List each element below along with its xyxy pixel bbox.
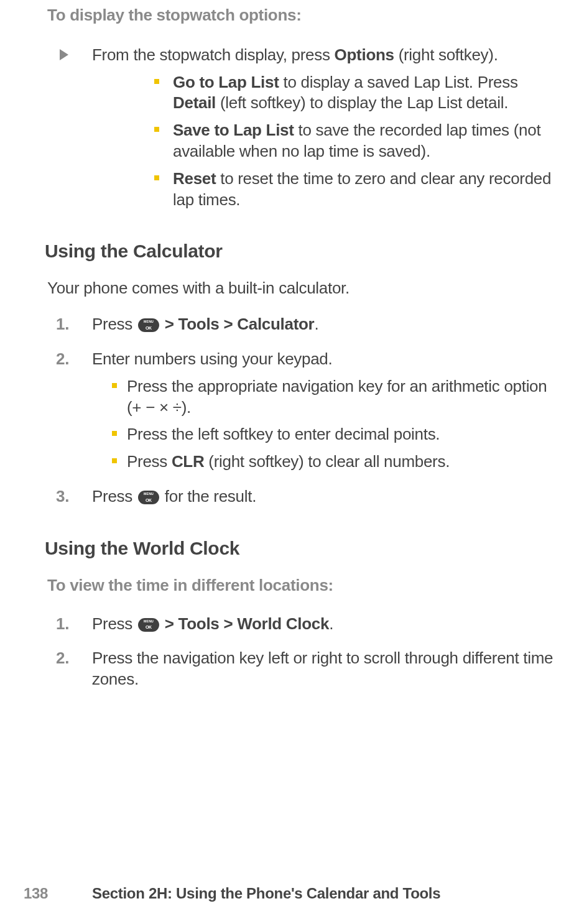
list-item: Save to Lap List to save the recorded la… bbox=[92, 120, 560, 162]
text: (left softkey) to display the Lap List d… bbox=[216, 93, 508, 112]
menu-ok-key-icon bbox=[138, 318, 159, 332]
step-1: Press > Tools > Calculator. bbox=[47, 314, 560, 335]
calculator-intro: Your phone comes with a built-in calcula… bbox=[47, 278, 560, 299]
text: . bbox=[314, 315, 318, 333]
save-lap-list-label: Save to Lap List bbox=[173, 121, 294, 139]
text: (right softkey) to clear all numbers. bbox=[204, 452, 450, 471]
reset-label: Reset bbox=[173, 169, 216, 188]
page-footer: 138 Section 2H: Using the Phone's Calend… bbox=[0, 884, 579, 903]
calc-path: > Tools > Calculator bbox=[160, 315, 315, 333]
text: for the result. bbox=[160, 487, 256, 506]
text: (right softkey). bbox=[394, 45, 498, 64]
text: Enter numbers using your keypad. bbox=[92, 349, 332, 368]
text: Press the navigation key left or right t… bbox=[92, 649, 553, 688]
detail-label: Detail bbox=[173, 93, 216, 112]
page-number: 138 bbox=[24, 884, 92, 903]
clr-label: CLR bbox=[172, 452, 205, 471]
worldclock-steps: Press > Tools > World Clock. Press the n… bbox=[47, 614, 560, 690]
worldclock-subheading: To view the time in different locations: bbox=[47, 575, 560, 596]
stopwatch-intro-list: From the stopwatch display, press Option… bbox=[47, 45, 560, 211]
text: From the stopwatch display, press bbox=[92, 45, 335, 64]
page: To display the stopwatch options: From t… bbox=[0, 5, 579, 924]
text: Press bbox=[92, 315, 137, 333]
list-item: Go to Lap List to display a saved Lap Li… bbox=[92, 72, 560, 114]
calculator-steps: Press > Tools > Calculator. Enter number… bbox=[47, 314, 560, 507]
footer-text: Section 2H: Using the Phone's Calendar a… bbox=[92, 884, 440, 903]
text: Press the appropriate navigation key for… bbox=[127, 377, 547, 417]
step-2: Enter numbers using your keypad. Press t… bbox=[47, 349, 560, 473]
menu-ok-key-icon bbox=[138, 491, 159, 504]
step-1: Press > Tools > World Clock. bbox=[47, 614, 560, 635]
stopwatch-intro-item: From the stopwatch display, press Option… bbox=[47, 45, 560, 211]
stopwatch-options-heading: To display the stopwatch options: bbox=[47, 5, 560, 26]
text: . bbox=[329, 614, 333, 633]
stopwatch-sublist-wrap: Go to Lap List to display a saved Lap Li… bbox=[92, 72, 560, 211]
step-2: Press the navigation key left or right t… bbox=[47, 648, 560, 690]
options-label: Options bbox=[335, 45, 394, 64]
text: Press bbox=[127, 452, 172, 471]
calc-sublist: Press the appropriate navigation key for… bbox=[92, 376, 560, 473]
text: to reset the time to zero and clear any … bbox=[173, 169, 551, 209]
stopwatch-options-sublist: Go to Lap List to display a saved Lap Li… bbox=[92, 72, 560, 211]
text: Press the left softkey to enter decimal … bbox=[127, 425, 440, 443]
list-item: Press CLR (right softkey) to clear all n… bbox=[92, 451, 560, 473]
text: to display a saved Lap List. Press bbox=[279, 73, 518, 91]
worldclock-path: > Tools > World Clock bbox=[160, 614, 329, 633]
step-3: Press for the result. bbox=[47, 486, 560, 507]
list-item: Reset to reset the time to zero and clea… bbox=[92, 169, 560, 211]
list-item: Press the appropriate navigation key for… bbox=[92, 376, 560, 418]
goto-lap-list-label: Go to Lap List bbox=[173, 73, 279, 91]
menu-ok-key-icon bbox=[138, 618, 159, 632]
worldclock-heading: Using the World Clock bbox=[45, 536, 560, 560]
calculator-heading: Using the Calculator bbox=[45, 239, 560, 263]
text: Press bbox=[92, 487, 137, 506]
list-item: Press the left softkey to enter decimal … bbox=[92, 424, 560, 445]
text: Press bbox=[92, 614, 137, 633]
